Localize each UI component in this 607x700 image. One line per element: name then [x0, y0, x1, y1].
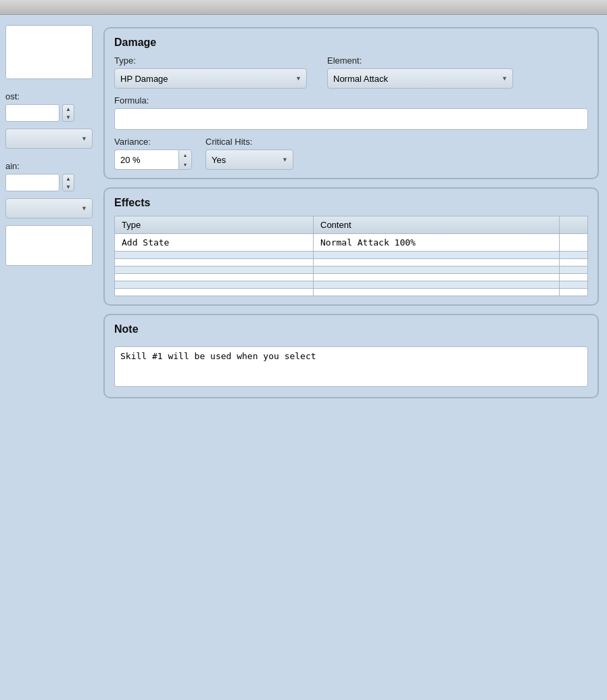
variance-label: Variance:	[114, 137, 192, 147]
effect-content-cell	[314, 289, 560, 296]
gain-input[interactable]	[5, 174, 59, 191]
effect-type-cell	[115, 281, 314, 289]
type-select-wrapper: HP Damage MP Damage HP Recover MP Recove…	[114, 68, 307, 89]
type-element-row: Type: HP Damage MP Damage HP Recover MP …	[114, 55, 588, 89]
effects-title: Effects	[114, 197, 588, 209]
gain-up-button[interactable]: ▲	[63, 174, 74, 183]
effects-section: Effects Type Content Add StateNormal Att…	[103, 187, 599, 306]
variance-input-wrapper: ▲ ▼	[114, 149, 192, 170]
note-textarea[interactable]	[114, 346, 588, 387]
effect-action-cell	[560, 289, 588, 296]
table-row[interactable]	[115, 274, 588, 281]
formula-label: Formula:	[114, 95, 149, 106]
effects-table: Type Content Add StateNormal Attack 100%	[114, 216, 588, 296]
dropdown-section-2	[5, 198, 93, 218]
left-white-box	[5, 25, 93, 79]
effect-type-cell	[115, 289, 314, 296]
table-row[interactable]	[115, 266, 588, 274]
dropdown-section	[5, 129, 93, 149]
cost-down-button[interactable]: ▼	[63, 113, 74, 121]
effect-type-cell	[115, 259, 314, 266]
cost-label: ost:	[5, 91, 93, 101]
left-panel: ost: ▲ ▼ ain: ▲ ▼	[0, 22, 98, 693]
type-select[interactable]: HP Damage MP Damage HP Recover MP Recove…	[114, 68, 307, 89]
effect-action-cell	[560, 274, 588, 281]
formula-row: Formula: a.atk * 4 - b.def * 2	[114, 95, 588, 130]
type-field-group: Type: HP Damage MP Damage HP Recover MP …	[114, 55, 307, 89]
critical-label: Critical Hits:	[205, 137, 293, 147]
effect-content-cell	[314, 266, 560, 274]
table-row[interactable]	[115, 281, 588, 289]
effect-content-cell: Normal Attack 100%	[314, 234, 560, 252]
element-select[interactable]: Normal Attack Fire Ice Thunder Water Ear…	[327, 68, 513, 89]
variance-input[interactable]	[114, 149, 178, 170]
variance-up-button[interactable]: ▲	[179, 150, 191, 160]
effect-action-cell	[560, 252, 588, 259]
left-dropdown[interactable]	[5, 129, 93, 149]
effect-content-cell	[314, 252, 560, 259]
gain-label: ain:	[5, 161, 93, 171]
element-select-wrapper: Normal Attack Fire Ice Thunder Water Ear…	[327, 68, 513, 89]
element-field-group: Element: Normal Attack Fire Ice Thunder …	[327, 55, 513, 89]
damage-title: Damage	[114, 37, 588, 49]
critical-select-wrapper: Yes No	[205, 149, 293, 170]
effect-content-cell	[314, 274, 560, 281]
col-type-header: Type	[115, 216, 314, 234]
gain-spinner: ▲ ▼	[62, 174, 74, 191]
note-section: Note	[103, 314, 599, 398]
critical-field-group: Critical Hits: Yes No	[205, 137, 293, 170]
effect-type-cell	[115, 266, 314, 274]
variance-critical-row: Variance: ▲ ▼ Critical Hits: Yes	[114, 137, 588, 170]
cost-up-button[interactable]: ▲	[63, 105, 74, 113]
effect-type-cell	[115, 252, 314, 259]
col-content-header: Content	[314, 216, 560, 234]
left-dropdown-2[interactable]	[5, 198, 93, 218]
effect-action-cell	[560, 259, 588, 266]
effect-action-cell	[560, 234, 588, 252]
formula-input[interactable]: a.atk * 4 - b.def * 2	[114, 108, 588, 130]
gain-section: ain: ▲ ▼	[5, 156, 93, 191]
effect-content-cell	[314, 259, 560, 266]
table-row[interactable]	[115, 289, 588, 296]
effect-action-cell	[560, 266, 588, 274]
variance-group: Variance: ▲ ▼	[114, 137, 192, 170]
critical-select[interactable]: Yes No	[205, 149, 293, 170]
cost-spinner: ▲ ▼	[62, 104, 74, 122]
table-row[interactable]: Add StateNormal Attack 100%	[115, 234, 588, 252]
type-label: Type:	[114, 55, 307, 66]
damage-section: Damage Type: HP Damage MP Damage HP Reco…	[103, 27, 599, 179]
cost-section: ost: ▲ ▼	[5, 86, 93, 122]
left-extra-box	[5, 225, 93, 266]
top-bar	[0, 0, 607, 15]
effect-action-cell	[560, 281, 588, 289]
cost-input[interactable]	[5, 104, 59, 122]
effect-type-cell	[115, 274, 314, 281]
variance-down-button[interactable]: ▼	[179, 160, 191, 169]
effect-content-cell	[314, 281, 560, 289]
col-action-header	[560, 216, 588, 234]
table-row[interactable]	[115, 252, 588, 259]
right-panel: Damage Type: HP Damage MP Damage HP Reco…	[98, 22, 607, 693]
variance-spinner: ▲ ▼	[178, 149, 192, 170]
element-label: Element:	[327, 55, 513, 66]
table-row[interactable]	[115, 259, 588, 266]
gain-down-button[interactable]: ▼	[63, 183, 74, 191]
effect-type-cell: Add State	[115, 234, 314, 252]
note-title: Note	[114, 323, 588, 335]
